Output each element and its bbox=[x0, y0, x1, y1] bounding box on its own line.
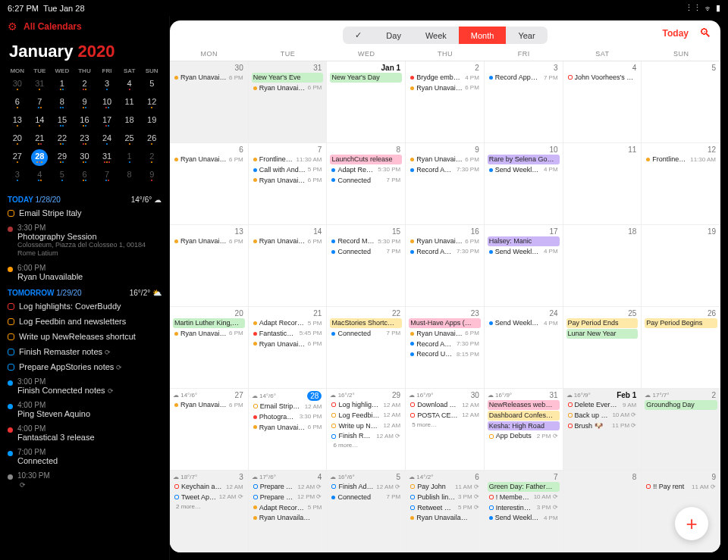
minical-day[interactable]: 23 bbox=[76, 131, 93, 148]
view-month-button[interactable]: Month bbox=[459, 27, 507, 44]
minical-day[interactable]: 7 bbox=[31, 95, 48, 111]
calendar-event[interactable]: Halsey: Manic bbox=[488, 236, 560, 246]
calendar-event[interactable]: ! Memberf…10 AM ⟳ bbox=[488, 493, 560, 502]
minical-day[interactable]: 1 bbox=[121, 149, 138, 166]
minical-day[interactable]: 31 bbox=[31, 77, 48, 93]
minical-day[interactable]: 2 bbox=[76, 77, 93, 93]
day-cell[interactable]: 18 bbox=[563, 225, 642, 306]
calendar-event[interactable]: Ryan Unavaila…6 PM bbox=[252, 176, 324, 186]
day-cell[interactable]: 9Ryan Unavaila…6 PMRecord Ap…7:30 PM bbox=[406, 143, 485, 224]
calendar-event[interactable]: Ryan Unavaila…6 PM bbox=[409, 236, 481, 246]
day-cell[interactable]: 24Send Weekly I…4 PM bbox=[485, 307, 563, 388]
calendar-event[interactable]: Kesha: High Road bbox=[488, 421, 560, 431]
month-grid[interactable]: 30Ryan Unavailable6 PM31New Year's EveRy… bbox=[170, 61, 720, 552]
calendar-event[interactable]: Send Weekly I…4 PM bbox=[488, 165, 560, 175]
day-cell[interactable]: ☁︎ 16°/2°29Log highlight…12 AMLog Feedbi… bbox=[327, 389, 406, 470]
mini-calendar[interactable]: MONTUEWEDTHUFRISATSUN3031123456789101112… bbox=[0, 63, 169, 188]
minical-day[interactable]: 29 bbox=[54, 149, 71, 166]
today-button[interactable]: Today bbox=[663, 28, 689, 39]
calendar-event[interactable]: Ryan Unavaila…6 PM bbox=[409, 155, 481, 164]
calendar-event[interactable]: Ryan Unavaila…6 PM bbox=[409, 83, 481, 93]
calendar-event[interactable]: Prepare Ad…12 AM ⟳ bbox=[252, 482, 324, 492]
calendar-event[interactable]: Interesting…3 PM ⟳ bbox=[488, 503, 560, 513]
view-segmented-control[interactable]: ✓DayWeekMonthYear bbox=[343, 27, 547, 44]
minical-day[interactable]: 16 bbox=[76, 113, 93, 130]
calendar-event[interactable]: Frontline…11:30 AM bbox=[252, 155, 324, 164]
minical-day[interactable]: 9 bbox=[143, 167, 160, 184]
calendar-event[interactable]: Rare by Selena Go… bbox=[488, 155, 560, 164]
day-cell[interactable]: ☁︎ 14°/6°27Ryan Unavailable6 PM bbox=[170, 389, 249, 470]
calendar-event[interactable]: Record Un…8:15 PM bbox=[409, 349, 481, 359]
minical-day[interactable]: 26 bbox=[143, 131, 160, 148]
calendar-event[interactable]: NewReleases web… bbox=[488, 400, 560, 410]
all-calendars-button[interactable]: All Calendars bbox=[24, 21, 82, 32]
day-cell[interactable]: 4John Voorhees's 54… bbox=[563, 61, 642, 142]
day-cell[interactable]: ☁︎ 18°/7°3Keychain app…12 AMTweet AppS…1… bbox=[170, 471, 249, 552]
agenda-event[interactable]: 3:30 PMPhotography SessionColosseum, Pia… bbox=[8, 221, 162, 261]
calendar-event[interactable]: Green Day: Father… bbox=[488, 482, 560, 492]
calendar-event[interactable]: Email Stripe I…12 AM bbox=[252, 402, 324, 411]
minical-day[interactable]: 15 bbox=[54, 113, 71, 130]
add-event-button[interactable]: + bbox=[675, 507, 708, 540]
day-cell[interactable]: 10Rare by Selena Go…Send Weekly I…4 PM bbox=[485, 143, 563, 224]
day-cell[interactable]: 22MacStories Shortc…Connected7 PM bbox=[327, 307, 406, 388]
agenda-event[interactable]: 6:00 PMRyan Unavailable bbox=[8, 261, 162, 284]
calendar-event[interactable]: Send Weekly I…4 PM bbox=[488, 513, 560, 523]
calendar-event[interactable]: POSTA CERT…12 AM bbox=[409, 411, 481, 421]
calendar-event[interactable]: Send Weekly I…4 PM bbox=[488, 247, 560, 257]
minical-day[interactable]: 4 bbox=[31, 167, 48, 184]
gear-icon[interactable]: ⚙ bbox=[8, 20, 17, 33]
day-cell[interactable]: 20Martin Luther King,…Ryan Unavailable6 … bbox=[170, 307, 249, 388]
minical-day[interactable]: 11 bbox=[121, 95, 138, 111]
day-cell[interactable]: ☁︎ 16°/9°31NewReleases web…Dashboard Con… bbox=[485, 389, 563, 470]
calendar-event[interactable]: Photograp…3:30 PM bbox=[252, 412, 324, 422]
day-cell[interactable]: 25Pay Period EndsLunar New Year bbox=[563, 307, 642, 388]
minical-day[interactable]: 8 bbox=[54, 95, 71, 111]
minical-day[interactable]: 6 bbox=[76, 167, 93, 184]
calendar-event[interactable]: Adapt Recordi…5 PM bbox=[252, 318, 324, 328]
minical-day[interactable]: 25 bbox=[121, 131, 138, 148]
minical-day[interactable]: 3 bbox=[9, 167, 26, 184]
view-week-button[interactable]: Week bbox=[413, 27, 459, 44]
calendar-event[interactable]: Martin Luther King,… bbox=[173, 318, 245, 328]
view-check-button[interactable]: ✓ bbox=[343, 27, 374, 44]
day-cell[interactable]: 2Brydge embar…4 PMRyan Unavaila…6 PM bbox=[406, 61, 485, 142]
agenda-event[interactable]: 7:00 PMConnected bbox=[8, 445, 162, 468]
day-cell[interactable]: 11 bbox=[563, 143, 642, 224]
day-cell[interactable]: 21Adapt Recordi…5 PMFantastical…5:45 PMR… bbox=[249, 307, 328, 388]
calendar-event[interactable]: Ryan Unavaila…6 PM bbox=[409, 329, 481, 339]
day-cell[interactable]: 23Must-Have Apps (…Ryan Unavaila…6 PMRec… bbox=[406, 307, 485, 388]
calendar-event[interactable]: Must-Have Apps (… bbox=[409, 318, 481, 328]
day-cell[interactable]: ☁︎ 14°/6°28Email Stripe I…12 AMPhotograp… bbox=[249, 389, 328, 470]
calendar-event[interactable]: Record Ap…7:30 PM bbox=[409, 165, 481, 175]
calendar-event[interactable]: Connected7 PM bbox=[330, 493, 402, 502]
minical-day[interactable]: 17 bbox=[99, 113, 115, 130]
calendar-event[interactable]: Publish link…3 PM ⟳ bbox=[409, 493, 481, 502]
agenda-event[interactable]: 4:00 PMFantastical 3 release bbox=[8, 421, 162, 445]
minical-day[interactable]: 12 bbox=[143, 95, 160, 111]
agenda-event[interactable]: Finish Remaster notes⟳ bbox=[8, 344, 162, 359]
calendar-event[interactable]: John Voorhees's 54… bbox=[566, 73, 639, 83]
minical-day[interactable]: 1 bbox=[54, 77, 71, 93]
day-cell[interactable]: 6Ryan Unavailable6 PM bbox=[170, 143, 249, 224]
minical-day[interactable]: 6 bbox=[9, 95, 26, 111]
agenda-list[interactable]: TODAY 1/28/20 14°/6° ☁︎ Email Stripe Ita… bbox=[0, 188, 169, 560]
calendar-event[interactable]: MacStories Shortc… bbox=[330, 318, 402, 328]
calendar-event[interactable]: Keychain app…12 AM bbox=[173, 482, 245, 492]
view-day-button[interactable]: Day bbox=[374, 27, 413, 44]
minical-day[interactable]: 13 bbox=[9, 113, 26, 130]
calendar-event[interactable]: Pay Period Ends bbox=[566, 318, 639, 328]
view-year-button[interactable]: Year bbox=[506, 27, 547, 44]
more-events[interactable]: 6 more… bbox=[330, 442, 402, 449]
day-cell[interactable]: 13Ryan Unavailable6 PM bbox=[170, 225, 249, 306]
agenda-event[interactable]: Log Feedbin and newsletters bbox=[8, 314, 162, 329]
calendar-event[interactable]: Record Ap…7:30 PM bbox=[409, 247, 481, 257]
minical-day[interactable]: 5 bbox=[143, 77, 160, 93]
calendar-event[interactable]: Delete Everno…9 AM bbox=[566, 400, 639, 410]
calendar-event[interactable]: Connected7 PM bbox=[330, 329, 402, 339]
calendar-event[interactable]: Groundhog Day bbox=[645, 400, 717, 410]
agenda-event[interactable]: Write up NewReleases shortcut bbox=[8, 329, 162, 344]
calendar-event[interactable]: Prepare Co…12 PM ⟳ bbox=[252, 493, 324, 502]
calendar-event[interactable]: Adapt Recordi…5 PM bbox=[252, 503, 324, 513]
agenda-event[interactable]: Email Stripe Italy bbox=[8, 205, 162, 221]
